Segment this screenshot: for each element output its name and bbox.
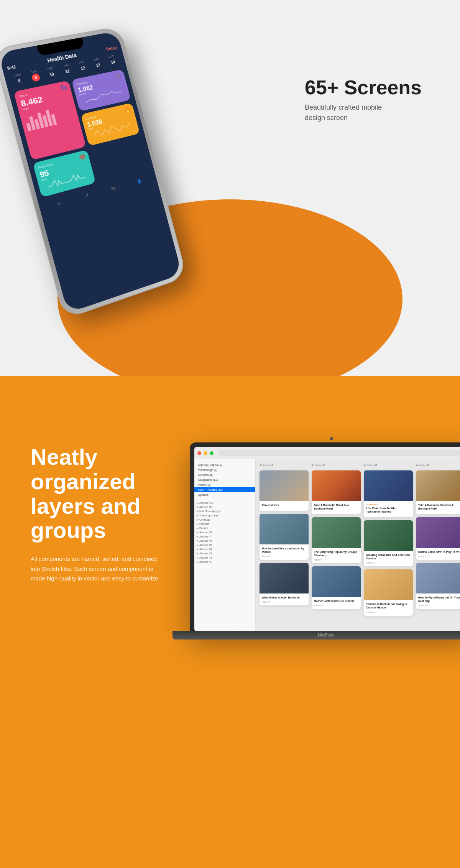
main-heading: Neatly organized layers and groups [31, 445, 161, 542]
article-private-jet: How To Fly a Private Jet On Your Next Tr… [416, 563, 460, 609]
laptop-base: MacBook [172, 631, 460, 639]
laptop-wrapper: Sign Up / Login (19) Walkthrough (9) Ske… [184, 437, 460, 639]
sidebar-main[interactable]: Main / Traveling (19) [194, 487, 255, 492]
column-travel: Articles #9 Travel stories [260, 463, 309, 631]
bottom-content: Neatly organized layers and groups All c… [0, 399, 460, 639]
sidebar-articles10[interactable]: Articles #10 [194, 501, 255, 505]
cancun-img [364, 569, 413, 600]
hotel-boutique-img [260, 563, 309, 593]
article-hotel-boutique: What Makes A Hotel Boutique Article #7 [260, 563, 309, 605]
sketch-toolbar [194, 447, 460, 459]
phone-frame: 9:41 Health Data Today MON 8 TUE 9 [0, 26, 187, 319]
sidebar-contacts[interactable]: Contacts [194, 518, 255, 522]
sidebar-banner[interactable]: Banner [194, 526, 255, 530]
article-mother-earth: Mother Earth Hosts Our Travels Article #… [312, 566, 361, 609]
phone-content: 9:41 Health Data Today MON 8 TUE 9 [0, 31, 182, 313]
cal-fri: FRI 12 [77, 60, 88, 72]
cal-wed: WED 10 [46, 66, 56, 79]
sidebar-skeleton[interactable]: Skeleton (8) [194, 472, 255, 477]
mother-earth-img [312, 566, 361, 597]
nav-profile: 👤 [135, 177, 143, 186]
laptop-screen: Sign Up / Login (19) Walkthrough (9) Ske… [194, 447, 460, 631]
laptop-brand-label: MacBook [172, 631, 460, 639]
screens-description: Beautifully crafted mobile design screen [305, 102, 422, 123]
nav-mic: 🎤 [82, 191, 91, 201]
laptop-camera [330, 437, 333, 440]
top-section: 65+ Screens Beautifully crafted mobile d… [0, 0, 460, 376]
climbing-img [312, 517, 361, 548]
article-romantic-break: Take A Romantic Break In a Boutique Hote… [312, 470, 361, 514]
bottom-section: Neatly organized layers and groups All c… [0, 376, 460, 868]
sidebar-articles3[interactable]: Articles #3 [194, 551, 255, 556]
sidebar-planlist[interactable]: Plan list [194, 522, 255, 526]
laptop-mockup: Sign Up / Login (19) Walkthrough (9) Ske… [184, 437, 460, 639]
article-gentleman: How to travel like a gentleman by modus … [260, 514, 309, 560]
screens-count: 65+ Screens [305, 77, 422, 99]
cal-tue: TUE 9 [30, 70, 41, 82]
sidebar-beauty[interactable]: Main/Beauty/Light [194, 509, 255, 513]
calories-card: 🔥 Calories 1.538 kcal [80, 103, 140, 146]
sidebar-articles7[interactable]: Articles #7 [194, 534, 255, 539]
cal-thu: THU 11 [62, 63, 72, 76]
sidebar-articles6[interactable]: Articles #6 [194, 539, 255, 543]
american-img [364, 520, 413, 551]
gentleman-img [260, 514, 309, 544]
poker-img [364, 470, 413, 501]
sketch-canvas-area: Articles #9 Travel stories [256, 459, 460, 631]
phone-today: Today [105, 45, 117, 52]
article-cancun: Tourism Is Back In Full Swing In Cancun … [364, 569, 413, 615]
screens-text-block: 65+ Screens Beautifully crafted mobile d… [305, 77, 422, 123]
sidebar-profile[interactable]: Profile (18) [194, 482, 255, 487]
sidebar-trending[interactable]: Trending stories [194, 513, 255, 518]
article-travel-stories: Travel stories [260, 470, 309, 511]
article-romantic2: Take A Romantic Break In A Boutique Hote… [416, 470, 460, 514]
marina-img [416, 517, 460, 548]
sidebar-symbols[interactable]: Symbols [194, 492, 255, 497]
toolbar-controls [219, 450, 460, 456]
sidebar-walkthrough[interactable]: Walkthrough (9) [194, 467, 255, 472]
sidebar-divider [194, 499, 255, 499]
column-romantic: Articles #8 Take A Romantic Break In a B… [312, 463, 361, 631]
sidebar-signup[interactable]: Sign Up / Login (19) [194, 462, 255, 467]
sidebar-articles9[interactable]: Articles #9 [194, 505, 255, 509]
romantic-img [312, 470, 361, 501]
sidebar-articles5[interactable]: Articles #5 [194, 543, 255, 547]
cal-mon: MON 8 [13, 73, 24, 85]
phone-mockup: 9:41 Health Data Today MON 8 TUE 9 [0, 23, 206, 342]
romantic2-img [416, 470, 460, 501]
travel-stories-img [260, 470, 309, 501]
sketch-sidebar: Sign Up / Login (19) Walkthrough (9) Ske… [194, 459, 256, 631]
cal-sat: SAT 13 [93, 58, 103, 69]
laptop-frame: Sign Up / Login (19) Walkthrough (9) Ske… [190, 442, 460, 631]
description-text: All components are named, sorted, and co… [31, 554, 161, 584]
close-dot [197, 451, 201, 455]
maximize-dot [210, 451, 214, 455]
article-american: Amazing Standards And American Cuisine A… [364, 520, 413, 566]
column-top-news: Articles #7 Top news Live Poker How To W… [364, 463, 413, 631]
left-text-block: Neatly organized layers and groups All c… [31, 429, 161, 584]
nav-home: ⊙ [54, 199, 63, 208]
phone-time: 9:41 [7, 64, 16, 71]
cal-sun: SUN 14 [108, 54, 118, 66]
sidebar-articles8[interactable]: Articles #8 [194, 530, 255, 534]
private-jet-img [416, 563, 460, 593]
phone-screen: 9:41 Health Data Today MON 8 TUE 9 [0, 31, 182, 313]
sketch-content: Sign Up / Login (19) Walkthrough (9) Ske… [194, 459, 460, 631]
sidebar-articles2[interactable]: Articles #2 [194, 556, 255, 560]
sidebar-navigations[interactable]: Navigations (11) [194, 477, 255, 482]
article-climbing: The Surprising Popularity Of Epic Climbi… [312, 517, 361, 563]
sketch-canvas: Articles #9 Travel stories [256, 459, 460, 631]
running-icon: 🏃 [115, 73, 122, 80]
minimize-dot [204, 451, 207, 455]
column-private-jet: Articles #6 Take A Romantic Break In A B… [416, 463, 460, 631]
sidebar-articles4[interactable]: Articles #4 [194, 547, 255, 551]
sidebar-articles1[interactable]: Articles #1 [194, 560, 255, 564]
article-marina: Marina Game How To Play To Win Article #… [416, 517, 460, 560]
nav-camera: 📷 [108, 184, 118, 193]
article-poker: Top news Live Poker How To Win Tournamen… [364, 470, 413, 517]
